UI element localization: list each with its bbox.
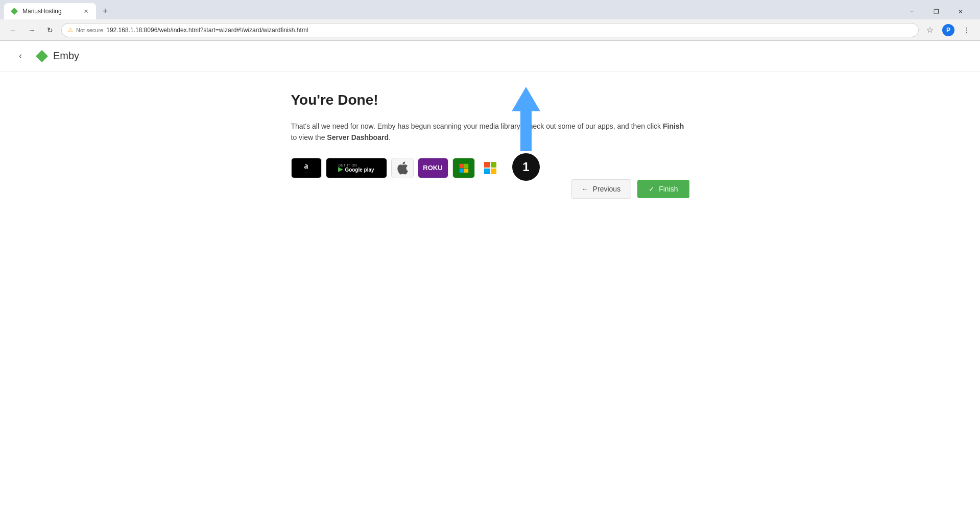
url-text: 192.168.1.18:8096/web/index.html?start=w…: [106, 27, 912, 34]
google-play-label: Google play: [345, 167, 374, 173]
previous-button[interactable]: ← Previous: [571, 179, 631, 199]
svg-rect-5: [459, 169, 463, 173]
apple-app-badge[interactable]: [391, 158, 414, 178]
google-play-triangle-icon: [338, 167, 343, 172]
tab-title: MariusHosting: [22, 8, 78, 15]
back-arrow-icon: ‹: [19, 51, 22, 61]
app-icons-row: a ⌣ GET IT ON Google play: [291, 158, 689, 178]
wizard-content: You're Done! That's all we need for now.…: [260, 71, 720, 219]
new-tab-button[interactable]: +: [98, 4, 112, 18]
check-icon: ✓: [649, 185, 655, 193]
security-label: Not secure: [76, 27, 103, 33]
address-bar[interactable]: ⚠ Not secure 192.168.1.18:8096/web/index…: [61, 23, 919, 37]
windows-logo-icon: [484, 161, 496, 175]
svg-rect-8: [490, 162, 496, 168]
roku-app-badge[interactable]: ROKU: [418, 158, 448, 178]
xbox-app-badge[interactable]: [452, 158, 475, 178]
google-play-name-row: Google play: [338, 167, 374, 173]
amazon-app-badge[interactable]: a ⌣: [291, 158, 322, 178]
svg-rect-10: [490, 169, 496, 174]
security-warning-icon: ⚠: [68, 27, 73, 33]
svg-rect-6: [464, 169, 468, 173]
wizard-description: That's all we need for now. Emby has beg…: [291, 121, 689, 144]
reload-button[interactable]: ↻: [43, 23, 57, 37]
account-avatar: P: [942, 24, 954, 36]
back-nav-button[interactable]: ←: [6, 23, 20, 37]
minimize-button[interactable]: −: [900, 4, 923, 19]
svg-rect-7: [484, 162, 490, 168]
google-play-badge-content: GET IT ON Google play: [338, 163, 374, 173]
tab-close-button[interactable]: ✕: [82, 7, 90, 15]
emby-logo-icon: [35, 49, 49, 63]
account-button[interactable]: P: [941, 23, 955, 37]
forward-nav-button[interactable]: →: [25, 23, 39, 37]
emby-logo-text: Emby: [53, 50, 79, 62]
google-play-get-it-text: GET IT ON: [338, 163, 357, 167]
svg-rect-9: [484, 169, 490, 174]
bookmark-button[interactable]: ☆: [923, 23, 937, 37]
google-play-app-badge[interactable]: GET IT ON Google play: [326, 158, 387, 178]
page-header: ‹ Emby: [0, 41, 980, 71]
tab-favicon-icon: [10, 7, 18, 15]
svg-marker-1: [36, 50, 48, 62]
xbox-logo-icon: [458, 162, 469, 174]
svg-rect-4: [464, 164, 468, 168]
restore-button[interactable]: ❐: [925, 4, 947, 19]
browser-menu-button[interactable]: ⋮: [960, 23, 974, 37]
previous-label: Previous: [593, 185, 620, 193]
finish-bold-text: Finish: [663, 122, 684, 130]
svg-marker-0: [11, 8, 18, 15]
dashboard-bold-text: Server Dashboard: [327, 133, 389, 141]
finish-label: Finish: [659, 185, 678, 193]
browser-tab[interactable]: MariusHosting ✕: [4, 3, 96, 19]
finish-button[interactable]: ✓ Finish: [637, 180, 689, 198]
svg-marker-2: [338, 167, 343, 172]
wizard-navigation: ← Previous ✓ Finish: [571, 179, 689, 199]
apple-logo-icon: [397, 161, 408, 175]
prev-arrow-icon: ←: [582, 185, 589, 193]
windows-app-badge[interactable]: [479, 158, 501, 178]
header-back-button[interactable]: ‹: [12, 48, 29, 64]
wizard-title: You're Done!: [291, 92, 689, 108]
close-button[interactable]: ✕: [949, 4, 972, 19]
svg-rect-3: [459, 164, 463, 168]
emby-logo: Emby: [35, 49, 79, 63]
roku-label-text: ROKU: [423, 164, 442, 172]
amazon-logo-icon: a ⌣: [304, 161, 308, 175]
